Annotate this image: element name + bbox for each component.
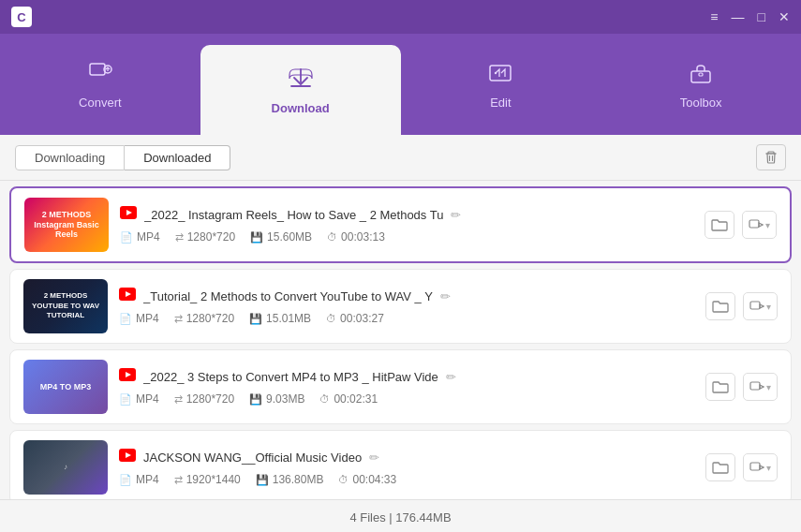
youtube-icon-1 <box>120 206 137 223</box>
edit-title-icon-4[interactable]: ✏ <box>369 451 379 465</box>
thumbnail-4: ♪ <box>23 440 108 495</box>
svg-rect-14 <box>750 382 760 390</box>
convert-chevron-3: ▾ <box>766 382 771 392</box>
meta-size-1: 💾 15.60MB <box>250 230 312 244</box>
maximize-button[interactable]: □ <box>758 10 765 23</box>
table-row: 2 METHODS Instagram Basic Reels _2022_ I… <box>9 186 792 263</box>
thumbnail-2: 2 METHODS YOUTUBE TO WAV TUTORIAL <box>23 279 108 333</box>
title-row-3: _2022_ 3 Steps to Convert MP4 to MP3 _ H… <box>119 368 694 385</box>
svg-rect-11 <box>750 302 760 309</box>
meta-size-4: 💾 136.80MB <box>256 473 324 486</box>
youtube-icon-3 <box>119 368 136 385</box>
open-folder-button-3[interactable] <box>705 373 735 401</box>
meta-resolution-4: ⇄ 1920*1440 <box>174 473 241 486</box>
edit-title-icon-3[interactable]: ✏ <box>446 370 456 384</box>
svg-rect-0 <box>90 64 105 75</box>
resolution-icon-4: ⇄ <box>174 474 183 486</box>
thumb-image-3: MP4 TO MP3 <box>23 360 108 414</box>
downloads-list: 2 METHODS Instagram Basic Reels _2022_ I… <box>0 181 801 499</box>
format-value-4: MP4 <box>136 473 159 486</box>
convert-chevron-4: ▾ <box>766 463 771 473</box>
youtube-icon-2 <box>119 288 136 304</box>
convert-button-1[interactable]: ▾ <box>742 211 777 239</box>
title-row-2: _Tutorial_ 2 Methods to Convert YouTube … <box>119 288 694 304</box>
edit-title-icon-1[interactable]: ✏ <box>451 208 461 222</box>
close-button[interactable]: ✕ <box>779 10 790 23</box>
svg-point-3 <box>495 71 497 73</box>
toolbar: Downloading Downloaded <box>0 135 801 181</box>
thumb-image-2: 2 METHODS YOUTUBE TO WAV TUTORIAL <box>23 279 108 333</box>
item-actions-1: ▾ <box>705 211 777 239</box>
item-meta-2: 📄 MP4 ⇄ 1280*720 💾 15.01MB ⏱ 00:03:27 <box>119 312 694 325</box>
title-bar-left: C <box>11 7 32 27</box>
item-title-1: _2022_ Instagram Reels_ How to Save _ 2 … <box>144 208 443 222</box>
svg-rect-5 <box>699 73 703 76</box>
thumb-image-4: ♪ <box>23 440 108 495</box>
nav-item-download[interactable]: Download <box>200 45 401 135</box>
svg-rect-17 <box>750 463 760 470</box>
table-row: 2 METHODS YOUTUBE TO WAV TUTORIAL _Tutor… <box>9 269 792 344</box>
size-value-4: 136.80MB <box>273 473 324 486</box>
table-row: ♪ JACKSON WANG__Official Music Video ✏ 📄… <box>9 430 792 499</box>
meta-resolution-1: ⇄ 1280*720 <box>175 230 235 244</box>
size-icon-2: 💾 <box>249 313 262 325</box>
duration-icon-1: ⏱ <box>327 231 337 243</box>
format-value-3: MP4 <box>136 392 159 406</box>
file-icon-1: 📄 <box>120 231 133 244</box>
convert-chevron-1: ▾ <box>765 220 770 230</box>
nav-item-convert[interactable]: Convert <box>0 34 200 135</box>
minimize-button[interactable]: — <box>732 10 745 23</box>
convert-button-3[interactable]: ▾ <box>743 373 778 401</box>
convert-button-2[interactable]: ▾ <box>743 292 778 320</box>
thumbnail-3: MP4 TO MP3 <box>23 360 108 414</box>
open-folder-button-1[interactable] <box>705 211 734 239</box>
file-icon-4: 📄 <box>119 474 132 486</box>
open-folder-button-2[interactable] <box>705 292 735 320</box>
menu-button[interactable]: ≡ <box>710 10 718 23</box>
convert-button-4[interactable]: ▾ <box>743 453 778 481</box>
youtube-icon-4 <box>119 449 136 466</box>
open-folder-button-4[interactable] <box>705 453 735 481</box>
nav-item-edit[interactable]: Edit <box>401 34 601 135</box>
convert-icon <box>87 60 113 90</box>
duration-icon-2: ⏱ <box>326 313 336 324</box>
edit-icon <box>487 60 513 90</box>
item-meta-1: 📄 MP4 ⇄ 1280*720 💾 15.60MB ⏱ 00:03:13 <box>120 230 693 244</box>
thumbnail-1: 2 METHODS Instagram Basic Reels <box>24 198 109 252</box>
meta-format-1: 📄 MP4 <box>120 230 160 244</box>
trash-button[interactable] <box>756 144 786 170</box>
meta-format-4: 📄 MP4 <box>119 473 159 486</box>
tab-downloaded[interactable]: Downloaded <box>125 145 230 170</box>
meta-duration-2: ⏱ 00:03:27 <box>326 312 384 325</box>
format-value-2: MP4 <box>136 312 159 325</box>
meta-format-3: 📄 MP4 <box>119 392 159 406</box>
nav-item-toolbox[interactable]: Toolbox <box>601 34 801 135</box>
item-info-1: _2022_ Instagram Reels_ How to Save _ 2 … <box>120 206 693 244</box>
filter-tabs: Downloading Downloaded <box>15 145 230 170</box>
item-info-3: _2022_ 3 Steps to Convert MP4 to MP3 _ H… <box>119 368 694 406</box>
duration-value-2: 00:03:27 <box>340 312 384 325</box>
thumb-image-1: 2 METHODS Instagram Basic Reels <box>24 198 109 252</box>
edit-title-icon-2[interactable]: ✏ <box>440 289 451 303</box>
duration-value-3: 00:02:31 <box>334 392 378 406</box>
title-bar-controls: ≡ — □ ✕ <box>710 10 790 23</box>
duration-value-4: 00:04:33 <box>352 473 396 486</box>
item-meta-3: 📄 MP4 ⇄ 1280*720 💾 9.03MB ⏱ 00:02:31 <box>119 392 694 406</box>
meta-duration-4: ⏱ 00:04:33 <box>338 473 396 486</box>
convert-label: Convert <box>79 96 122 110</box>
meta-duration-1: ⏱ 00:03:13 <box>327 230 385 244</box>
resolution-icon-2: ⇄ <box>174 313 183 325</box>
edit-label: Edit <box>490 96 511 110</box>
size-icon-3: 💾 <box>249 393 262 406</box>
item-meta-4: 📄 MP4 ⇄ 1920*1440 💾 136.80MB ⏱ 00:04:33 <box>119 473 694 486</box>
meta-size-3: 💾 9.03MB <box>249 392 304 406</box>
download-label: Download <box>272 101 330 115</box>
tab-downloading[interactable]: Downloading <box>15 145 125 170</box>
item-info-2: _Tutorial_ 2 Methods to Convert YouTube … <box>119 288 694 325</box>
item-actions-4: ▾ <box>705 453 778 481</box>
size-value-3: 9.03MB <box>266 392 304 406</box>
title-row-4: JACKSON WANG__Official Music Video ✏ <box>119 449 694 466</box>
resolution-icon-3: ⇄ <box>174 393 183 406</box>
svg-rect-8 <box>749 220 759 228</box>
duration-icon-4: ⏱ <box>338 474 349 485</box>
